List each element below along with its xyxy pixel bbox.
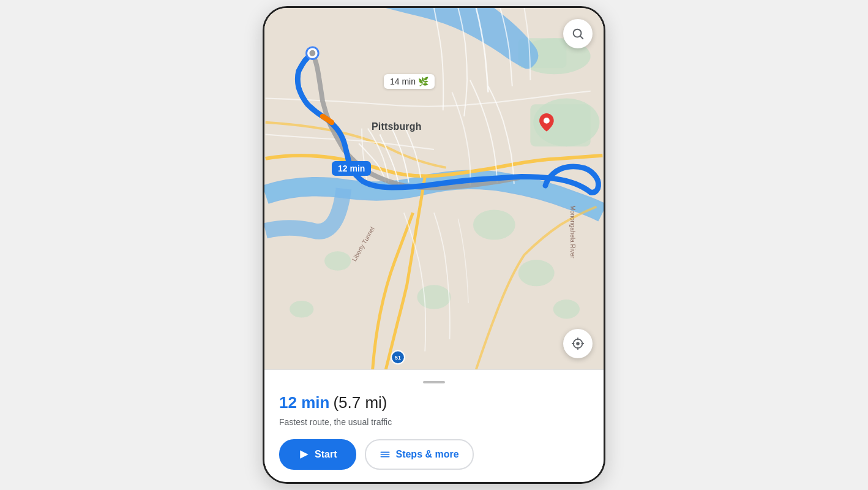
steps-button-label: Steps & more — [395, 449, 458, 460]
svg-point-20 — [576, 342, 580, 345]
phone-frame: 51 Pittsburgh Liberty Tunnel Monongahela… — [263, 6, 605, 484]
map-area[interactable]: 51 Pittsburgh Liberty Tunnel Monongahela… — [264, 8, 604, 369]
action-buttons: Start Steps & more — [279, 439, 589, 470]
route-distance: (5.7 mi) — [333, 393, 387, 412]
start-button[interactable]: Start — [279, 439, 356, 470]
steps-button[interactable]: Steps & more — [365, 439, 473, 470]
svg-point-7 — [324, 251, 351, 270]
route-time: 12 min — [279, 393, 329, 412]
steps-icon — [380, 449, 391, 460]
svg-line-18 — [580, 36, 583, 39]
my-location-button[interactable] — [563, 329, 593, 358]
svg-point-6 — [417, 285, 451, 309]
bottom-panel: 12 min (5.7 mi) Fastest route, the usual… — [264, 369, 604, 482]
svg-point-10 — [553, 300, 580, 318]
svg-point-8 — [290, 301, 313, 318]
svg-text:51: 51 — [395, 355, 401, 361]
svg-point-16 — [544, 118, 550, 124]
map-search-button[interactable] — [563, 19, 593, 48]
drag-handle[interactable] — [423, 381, 445, 383]
route-badge-alt[interactable]: 14 min 🌿 — [384, 74, 435, 89]
navigation-icon — [299, 449, 310, 460]
svg-marker-25 — [300, 450, 309, 459]
route-badge-primary[interactable]: 12 min — [332, 161, 371, 176]
leaf-icon: 🌿 — [418, 77, 428, 86]
location-icon — [571, 337, 585, 350]
svg-point-5 — [473, 209, 515, 239]
svg-point-15 — [309, 50, 315, 56]
svg-rect-4 — [530, 104, 590, 146]
route-description: Fastest route, the usual traffic — [279, 417, 589, 427]
map-svg: 51 — [264, 8, 604, 369]
route-badge-alt-time: 14 min — [390, 77, 416, 86]
search-icon — [571, 27, 585, 40]
start-button-label: Start — [315, 449, 337, 460]
svg-point-9 — [518, 260, 555, 286]
